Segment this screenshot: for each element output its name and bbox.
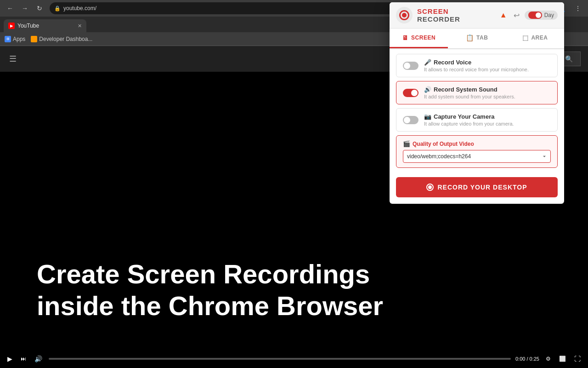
record-voice-card: 🎤 Record Voice It allows to record voice…: [396, 54, 558, 77]
bookmark-developer-label: Developer Dashboa...: [39, 36, 92, 42]
settings-button[interactable]: ⚙: [544, 354, 553, 364]
apps-favicon: ⊞: [5, 36, 11, 42]
undo-button[interactable]: ↩: [512, 10, 521, 21]
quality-icon: 🎬: [403, 140, 410, 147]
recorder-popup: SCREEN RECORDER ▲ ↩ Day 🖥 SCREEN: [390, 2, 564, 204]
area-tab-label: AREA: [531, 34, 548, 41]
capture-camera-subtitle: It allow capture video from your camera.: [424, 121, 551, 126]
tab-tab-label: TAB: [476, 34, 488, 41]
voice-icon: 🎤: [424, 59, 431, 66]
toggle-thumb: [536, 12, 541, 18]
capture-camera-title: 📷 Capture Your Camera: [424, 113, 551, 120]
active-tab[interactable]: ▶ YouTube ✕: [4, 19, 86, 32]
drive-button[interactable]: ▲: [498, 10, 509, 21]
record-desktop-button[interactable]: RECORD YOUR DESKTOP: [396, 177, 558, 197]
area-tab-icon: ⬚: [522, 34, 529, 41]
toggle-thumb-sound: [411, 90, 418, 96]
popup-header: SCREEN RECORDER ▲ ↩ Day: [390, 2, 564, 29]
record-voice-title: 🎤 Record Voice: [424, 59, 551, 66]
record-system-sound-title: 🔊 Record System Sound: [424, 86, 551, 93]
quality-title: 🎬 Quality of Output Video: [403, 140, 551, 147]
record-system-sound-info: 🔊 Record System Sound It add system soun…: [424, 86, 551, 99]
menu-button[interactable]: ⋮: [571, 2, 584, 15]
time-display: 0:00 / 0:25: [515, 356, 539, 362]
volume-button[interactable]: 🔊: [33, 353, 44, 364]
bookmark-apps-label: Apps: [13, 36, 25, 42]
capture-camera-card: 📷 Capture Your Camera It allow capture v…: [396, 108, 558, 132]
toggle-track: [528, 12, 542, 19]
forward-button[interactable]: →: [18, 2, 31, 15]
tab-title: YouTube: [17, 23, 39, 29]
screen-tab-icon: 🖥: [402, 34, 409, 41]
recorder-logo-icon: [399, 10, 409, 20]
tab-favicon: ▶: [8, 23, 15, 29]
tab-screen[interactable]: 🖥 SCREEN: [390, 29, 448, 48]
theater-button[interactable]: ⬜: [557, 354, 568, 364]
sound-icon: 🔊: [424, 86, 431, 93]
record-button-area: RECORD YOUR DESKTOP: [390, 172, 564, 204]
record-system-sound-subtitle: It add system sound from your speakers.: [424, 94, 551, 99]
toggle-thumb-camera: [404, 117, 410, 123]
day-toggle[interactable]: Day: [525, 11, 558, 20]
url-display: youtube.com/: [63, 5, 96, 12]
day-label: Day: [544, 12, 554, 18]
quality-card: 🎬 Quality of Output Video video/webm;cod…: [396, 135, 558, 168]
play-button[interactable]: ▶: [6, 353, 14, 364]
bookmark-apps[interactable]: ⊞ Apps: [5, 36, 25, 42]
screen-tab-label: SCREEN: [411, 34, 435, 41]
camera-icon: 📷: [424, 113, 431, 120]
tab-area[interactable]: ⬚ AREA: [506, 29, 564, 48]
popup-logo: [396, 7, 413, 23]
nav-buttons: ← → ↻: [4, 2, 46, 15]
record-voice-toggle[interactable]: [403, 62, 418, 70]
tab-close-button[interactable]: ✕: [78, 23, 82, 29]
quality-select[interactable]: video/webm;codecs=h264 video/webm;codecs…: [403, 150, 551, 163]
yt-menu-icon[interactable]: ☰: [7, 52, 18, 66]
record-system-sound-card: 🔊 Record System Sound It add system soun…: [396, 81, 558, 104]
video-text-overlay: Create Screen Recordings inside the Chro…: [37, 258, 383, 322]
dev-favicon: [31, 36, 37, 42]
record-voice-info: 🎤 Record Voice It allows to record voice…: [424, 59, 551, 72]
record-button-label: RECORD YOUR DESKTOP: [437, 184, 527, 191]
toggle-thumb-voice: [404, 63, 410, 69]
popup-header-actions: ▲ ↩ Day: [498, 10, 558, 21]
browser-frame: ← → ↻ 🔒 youtube.com/ ☆ 🧩 👤 ⋮ ▶ YouTube ✕…: [0, 0, 588, 368]
popup-app-name: SCREEN RECORDER: [417, 7, 494, 23]
fullscreen-button[interactable]: ⛶: [572, 353, 582, 364]
back-button[interactable]: ←: [4, 2, 17, 15]
capture-camera-info: 📷 Capture Your Camera It allow capture v…: [424, 113, 551, 126]
popup-options: 🎤 Record Voice It allows to record voice…: [390, 49, 564, 172]
tab-tab[interactable]: 📋 TAB: [448, 29, 506, 48]
mode-tabs: 🖥 SCREEN 📋 TAB ⬚ AREA: [390, 29, 564, 49]
capture-camera-toggle[interactable]: [403, 116, 418, 124]
progress-bar[interactable]: [49, 358, 511, 360]
record-button-icon: [426, 184, 434, 191]
skip-next-button[interactable]: ⏭: [19, 354, 28, 364]
bookmark-developer[interactable]: Developer Dashboa...: [31, 36, 92, 42]
tab-tab-icon: 📋: [466, 34, 474, 41]
refresh-button[interactable]: ↻: [33, 2, 46, 15]
record-system-sound-toggle[interactable]: [403, 89, 418, 97]
video-text-line1: Create Screen Recordings: [37, 258, 383, 290]
popup-title-area: SCREEN RECORDER: [417, 7, 494, 23]
video-text-line2: inside the Chrome Browser: [37, 290, 383, 322]
record-voice-subtitle: It allows to record voice from your micr…: [424, 67, 551, 72]
video-controls: ▶ ⏭ 🔊 0:00 / 0:25 ⚙ ⬜ ⛶: [0, 350, 588, 368]
lock-icon: 🔒: [54, 6, 61, 12]
